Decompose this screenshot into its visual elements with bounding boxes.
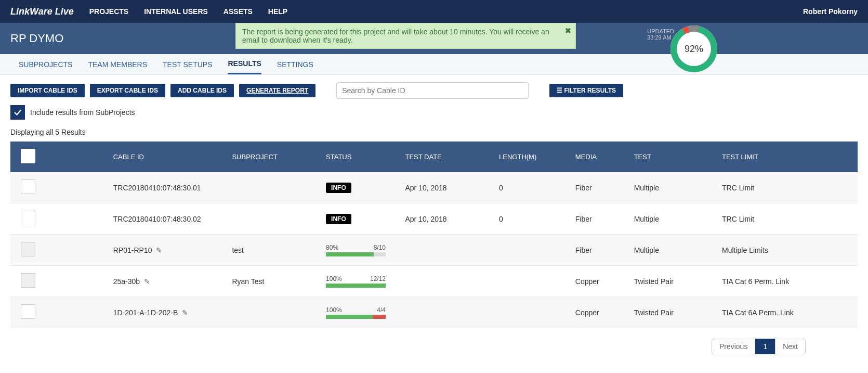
cell-status: 100%4/4: [321, 297, 400, 328]
progress-fraction: 12/12: [370, 275, 386, 282]
col-media[interactable]: MEDIA: [570, 142, 629, 172]
cell-subproject: [227, 172, 321, 203]
nav-assets[interactable]: ASSETS: [223, 7, 253, 16]
top-bar: LinkWare Live PROJECTS INTERNAL USERS AS…: [0, 0, 868, 23]
brand-logo: LinkWare Live: [10, 6, 74, 17]
progress-gauge: 92%: [670, 25, 717, 72]
cell-cable-id: TRC20180410:07:48:30.02: [46, 203, 227, 235]
alert-text: The report is being generated for this p…: [242, 28, 549, 44]
pager-page-1[interactable]: 1: [755, 339, 775, 354]
report-alert: The report is being generated for this p…: [235, 23, 576, 49]
cell-length: 0: [494, 172, 570, 203]
import-cable-ids-button[interactable]: IMPORT CABLE IDS: [10, 84, 85, 97]
info-badge: INFO: [326, 214, 351, 224]
row-select-checkbox[interactable]: [21, 211, 35, 225]
cell-test-date: Apr 10, 2018: [400, 203, 494, 235]
cell-cable-id: TRC20180410:07:48:30.01: [46, 172, 227, 203]
progress-fraction: 8/10: [374, 244, 386, 251]
cell-test-date: [400, 235, 494, 266]
cell-subproject: [227, 297, 321, 328]
pencil-icon[interactable]: ✎: [144, 277, 150, 286]
filter-results-button[interactable]: ☰ FILTER RESULTS: [549, 84, 623, 97]
current-user[interactable]: Robert Pokorny: [803, 7, 858, 16]
pager-prev[interactable]: Previous: [712, 339, 755, 354]
close-icon[interactable]: ✖: [565, 27, 571, 35]
cell-test-date: [400, 266, 494, 297]
cell-test-limit: TIA Cat 6A Perm. Link: [717, 297, 858, 328]
cell-status: INFO: [321, 203, 400, 235]
cell-test: Multiple: [629, 235, 717, 266]
cell-media: Fiber: [570, 172, 629, 203]
col-length[interactable]: LENGTH(M): [494, 142, 570, 172]
project-header: RP DYMO The report is being generated fo…: [0, 23, 868, 54]
col-test-date[interactable]: TEST DATE: [400, 142, 494, 172]
progress-percent: 100%: [326, 306, 342, 314]
nav-projects[interactable]: PROJECTS: [89, 7, 128, 16]
table-row[interactable]: TRC20180410:07:48:30.01INFOApr 10, 20180…: [10, 172, 858, 203]
pencil-icon[interactable]: ✎: [156, 246, 162, 254]
col-status[interactable]: STATUS: [321, 142, 400, 172]
row-select-checkbox[interactable]: [21, 304, 35, 319]
cell-subproject: test: [227, 235, 321, 266]
include-subprojects-checkbox[interactable]: [10, 105, 25, 120]
cell-cable-id: RP01-RP10✎: [46, 235, 227, 266]
sliders-icon: ☰: [557, 87, 562, 94]
pager-next[interactable]: Next: [775, 339, 806, 354]
cell-length: [494, 297, 570, 328]
tab-results[interactable]: RESULTS: [228, 54, 261, 74]
export-cable-ids-button[interactable]: EXPORT CABLE IDS: [90, 84, 165, 97]
table-row[interactable]: RP01-RP10✎test80%8/10FiberMultipleMultip…: [10, 235, 858, 266]
project-title: RP DYMO: [10, 32, 63, 45]
row-select-checkbox: [21, 242, 35, 256]
pencil-icon[interactable]: ✎: [182, 308, 188, 317]
cell-media: Fiber: [570, 235, 629, 266]
col-select: [10, 142, 46, 172]
generate-report-button[interactable]: GENERATE REPORT: [239, 84, 315, 97]
cell-test: Multiple: [629, 203, 717, 235]
col-subproject[interactable]: SUBPROJECT: [227, 142, 321, 172]
cell-test-limit: TRC Limit: [717, 172, 858, 203]
table-row[interactable]: TRC20180410:07:48:30.02INFOApr 10, 20180…: [10, 203, 858, 235]
include-subprojects-label: Include results from SubProjects: [30, 108, 135, 117]
cell-test-date: [400, 297, 494, 328]
tab-team-members[interactable]: TEAM MEMBERS: [88, 55, 147, 74]
project-tabs: SUBPROJECTS TEAM MEMBERS TEST SETUPS RES…: [0, 54, 868, 75]
cell-test: Multiple: [629, 172, 717, 203]
cell-test-limit: Multiple Limits: [717, 235, 858, 266]
col-test-limit[interactable]: TEST LIMIT: [717, 142, 858, 172]
cell-status: INFO: [321, 172, 400, 203]
search-input[interactable]: [336, 82, 529, 99]
col-cable-id[interactable]: CABLE ID: [46, 142, 227, 172]
col-test[interactable]: TEST: [629, 142, 717, 172]
cell-cable-id: 25a-30b✎: [46, 266, 227, 297]
row-select-checkbox[interactable]: [21, 179, 35, 194]
cell-media: Copper: [570, 297, 629, 328]
progress-percent: 100%: [326, 275, 342, 282]
table-row[interactable]: 25a-30b✎Ryan Test100%12/12CopperTwisted …: [10, 266, 858, 297]
tab-test-setups[interactable]: TEST SETUPS: [163, 55, 212, 74]
cell-test: Twisted Pair: [629, 297, 717, 328]
cell-length: 0: [494, 203, 570, 235]
nav-help[interactable]: HELP: [268, 7, 287, 16]
progress-fraction: 4/4: [377, 306, 386, 314]
results-toolbar: IMPORT CABLE IDS EXPORT CABLE IDS ADD CA…: [0, 75, 868, 103]
select-all-checkbox[interactable]: [21, 149, 35, 163]
cell-status: 100%12/12: [321, 266, 400, 297]
cell-status: 80%8/10: [321, 235, 400, 266]
nav-internal-users[interactable]: INTERNAL USERS: [144, 7, 208, 16]
tab-settings[interactable]: SETTINGS: [277, 55, 313, 74]
cell-cable-id: 1D-201-A-1D-202-B✎: [46, 297, 227, 328]
tab-subprojects[interactable]: SUBPROJECTS: [19, 55, 72, 74]
table-row[interactable]: 1D-201-A-1D-202-B✎100%4/4CopperTwisted P…: [10, 297, 858, 328]
cell-media: Fiber: [570, 203, 629, 235]
include-subprojects-row: Include results from SubProjects: [0, 103, 868, 125]
add-cable-ids-button[interactable]: ADD CABLE IDS: [170, 84, 234, 97]
progress-percent: 80%: [326, 244, 338, 251]
cell-subproject: [227, 203, 321, 235]
cell-test-date: Apr 10, 2018: [400, 172, 494, 203]
results-table: CABLE ID SUBPROJECT STATUS TEST DATE LEN…: [10, 142, 858, 328]
cell-subproject: Ryan Test: [227, 266, 321, 297]
cell-length: [494, 266, 570, 297]
cell-test-limit: TRC Limit: [717, 203, 858, 235]
progress-indicator: 80%8/10: [326, 244, 386, 256]
